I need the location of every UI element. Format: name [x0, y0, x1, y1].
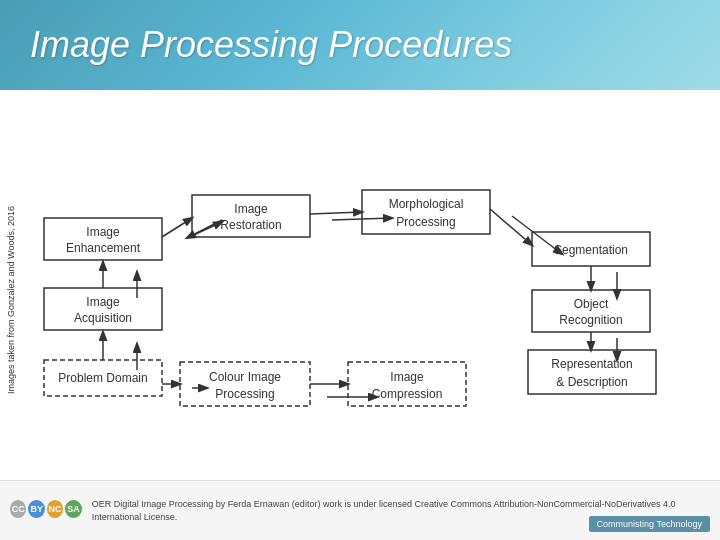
footer: CC BY NC SA OER Digital Image Processing… — [0, 480, 720, 540]
page-wrapper: Image Processing Procedures Images taken… — [0, 0, 720, 540]
by-badge: BY — [28, 500, 44, 518]
svg-line-21 — [310, 212, 362, 214]
side-label-text: Images taken from Gonzalez and Woods, 20… — [6, 206, 16, 394]
segmentation-label: Segmentation — [554, 243, 628, 257]
svg-line-20 — [162, 218, 192, 237]
svg-text:Compression: Compression — [372, 387, 443, 401]
svg-text:& Description: & Description — [556, 375, 627, 389]
problem-domain-label: Problem Domain — [58, 371, 147, 385]
footer-brand: Communisting Technology — [589, 516, 710, 532]
diagram-container: Problem Domain Image Acquisition Image E… — [22, 90, 720, 480]
cc-icon-group: CC BY NC SA — [10, 500, 82, 522]
flowchart-svg: Problem Domain Image Acquisition Image E… — [22, 90, 720, 480]
image-restoration-label: Image — [234, 202, 268, 216]
image-acquisition-label: Image — [86, 295, 120, 309]
object-recognition-label: Object — [574, 297, 609, 311]
side-label-container: Images taken from Gonzalez and Woods, 20… — [0, 180, 22, 420]
svg-text:Acquisition: Acquisition — [74, 311, 132, 325]
representation-label: Representation — [551, 357, 632, 371]
colour-image-label: Colour Image — [209, 370, 281, 384]
svg-text:Enhancement: Enhancement — [66, 241, 141, 255]
svg-text:Processing: Processing — [215, 387, 274, 401]
svg-text:Processing: Processing — [396, 215, 455, 229]
svg-text:Recognition: Recognition — [559, 313, 622, 327]
svg-text:Restoration: Restoration — [220, 218, 281, 232]
content-area: Images taken from Gonzalez and Woods, 20… — [0, 90, 720, 480]
cc-badge: CC — [10, 500, 26, 518]
morphological-label: Morphological — [389, 197, 464, 211]
header: Image Processing Procedures — [0, 0, 720, 90]
page-title: Image Processing Procedures — [30, 24, 512, 66]
sa-badge: SA — [65, 500, 81, 518]
image-compression-label: Image — [390, 370, 424, 384]
nc-badge: NC — [47, 500, 63, 518]
image-enhancement-label: Image — [86, 225, 120, 239]
